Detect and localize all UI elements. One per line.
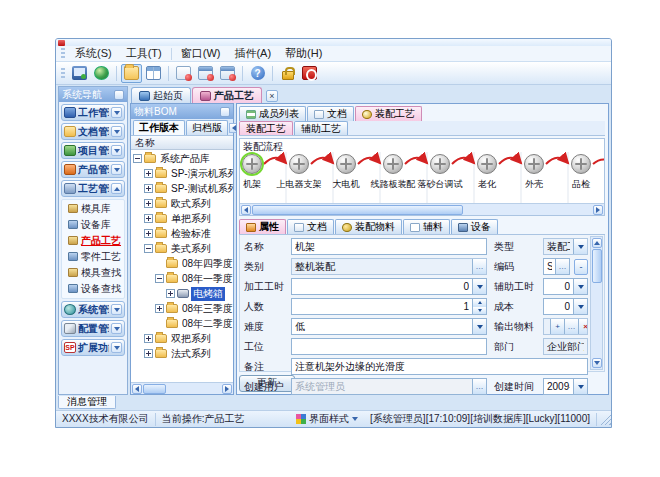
tab-archived-version[interactable]: 归档版 — [186, 120, 228, 135]
tab-working-version[interactable]: 工作版本 — [133, 120, 185, 135]
tab-auxiliary-materials[interactable]: 辅料 — [403, 219, 450, 234]
flow-node[interactable]: 大电机 — [323, 154, 369, 191]
flow-node-selected[interactable]: 机架 — [240, 154, 275, 191]
name-field[interactable] — [291, 238, 487, 255]
dropdown-icon[interactable] — [573, 279, 587, 294]
type-field[interactable] — [543, 238, 588, 255]
tree-row[interactable]: 08年二季度 — [131, 316, 233, 331]
menu-window[interactable]: 窗口(W) — [174, 45, 228, 62]
tree-expander-icon[interactable] — [144, 199, 153, 208]
output-material-field[interactable]: +…× — [543, 318, 588, 335]
difficulty-field[interactable] — [291, 318, 487, 335]
ui-style-button[interactable]: 界面样式 — [290, 413, 364, 426]
flow-canvas[interactable]: 机架 上电器支架 大电机 线路板装配 落砂台调试 老化 外壳 品检 — [240, 152, 604, 203]
tree-row[interactable]: 系统产品库 — [131, 151, 233, 166]
chevron-down-icon[interactable] — [111, 164, 122, 175]
chevron-down-icon[interactable] — [111, 342, 122, 353]
tab-detail-documents[interactable]: 文档 — [287, 219, 334, 234]
sidebar-group-work[interactable]: 工作管理 — [61, 104, 125, 121]
menu-grip-handle[interactable] — [61, 48, 65, 59]
chevron-down-icon[interactable] — [111, 145, 122, 156]
toolbar-grip-handle[interactable] — [61, 68, 65, 79]
sidebar-group-extension[interactable]: SP 扩展功能 — [61, 339, 125, 356]
sidebar-group-document[interactable]: 文档管理 — [61, 123, 125, 140]
spinner-icon[interactable] — [472, 299, 486, 314]
tree-row[interactable]: SP-测试机系列 — [131, 181, 233, 196]
tree-expander-icon[interactable] — [144, 214, 153, 223]
menu-system[interactable]: 系统(S) — [68, 45, 119, 62]
flow-node[interactable]: 落砂台调试 — [417, 154, 463, 191]
tree-row[interactable]: 检验标准 — [131, 226, 233, 241]
flow-node[interactable]: 外壳 — [511, 154, 557, 191]
sidebar-item-part-craft[interactable]: 零件工艺 — [66, 249, 124, 264]
scrollbar-track[interactable] — [592, 249, 602, 357]
tab-assembly-materials[interactable]: 装配物料 — [335, 219, 402, 234]
menu-help[interactable]: 帮助(H) — [278, 45, 329, 62]
scrollbar-track[interactable] — [143, 384, 221, 394]
chevron-up-icon[interactable] — [111, 183, 122, 194]
tree-expander-icon[interactable] — [144, 349, 153, 358]
scrollbar-thumb[interactable] — [252, 205, 463, 215]
flow-node[interactable]: 线路板装配 — [370, 154, 416, 191]
aux-hours-field[interactable] — [543, 278, 588, 295]
tree-expander-icon[interactable] — [155, 304, 164, 313]
message-management-tab[interactable]: 消息管理 — [58, 396, 116, 409]
tree-row[interactable]: 美式系列 — [131, 241, 233, 256]
creator-field[interactable]: … — [291, 378, 487, 395]
bom-pin-button[interactable] — [220, 107, 230, 117]
menu-plugins[interactable]: 插件(A) — [227, 45, 278, 62]
resize-grip[interactable] — [599, 413, 611, 425]
flow-node[interactable]: 上电器支架 — [276, 154, 322, 191]
sidebar-group-craft[interactable]: 工艺管理 — [61, 180, 125, 197]
refresh-window-button[interactable] — [195, 64, 216, 83]
tree-row[interactable]: 08年四季度 — [131, 256, 233, 271]
sidebar-group-product[interactable]: 产品管理 — [61, 161, 125, 178]
menu-tools[interactable]: 工具(T) — [119, 45, 169, 62]
tree-row-selected[interactable]: 电烤箱 — [131, 286, 233, 301]
scroll-left-icon[interactable] — [132, 384, 142, 394]
dropdown-icon[interactable] — [472, 279, 486, 294]
form-vertical-scrollbar[interactable] — [590, 236, 603, 370]
lock-button[interactable] — [277, 64, 298, 83]
code-minus-button[interactable]: - — [574, 259, 588, 275]
flow-node[interactable]: 品检 — [558, 154, 604, 191]
tree-expander-icon[interactable] — [144, 334, 153, 343]
grid-button[interactable] — [143, 64, 164, 83]
help-button[interactable]: ? — [247, 64, 268, 83]
sidebar-group-config[interactable]: 配置管理 — [61, 320, 125, 337]
scroll-right-icon[interactable] — [593, 205, 603, 215]
monitor-button[interactable] — [69, 64, 90, 83]
scroll-left-icon[interactable] — [241, 205, 251, 215]
tree-row[interactable]: 08年三季度 — [131, 301, 233, 316]
sidebar-item-device-library[interactable]: 设备库 — [66, 217, 124, 232]
sidebar-group-system[interactable]: 系统管理 — [61, 301, 125, 318]
dropdown-icon[interactable] — [573, 299, 587, 314]
close-document-button[interactable] — [173, 64, 194, 83]
tree-expander-icon[interactable] — [155, 274, 164, 283]
tree-expander-icon[interactable] — [144, 169, 153, 178]
scroll-up-icon[interactable] — [592, 238, 602, 248]
sidebar-menu-button[interactable] — [114, 90, 124, 100]
flow-node[interactable]: 老化 — [464, 154, 510, 191]
sidebar-item-device-search[interactable]: 设备查找 — [66, 281, 124, 296]
ellipsis-icon[interactable]: … — [472, 379, 486, 394]
work-hours-field[interactable] — [291, 278, 487, 295]
create-time-field[interactable] — [543, 378, 588, 395]
sidebar-item-mold-library[interactable]: 模具库 — [66, 201, 124, 216]
sidebar-item-mold-search[interactable]: 模具查找 — [66, 265, 124, 280]
subtab-assembly-craft[interactable]: 装配工艺 — [239, 121, 293, 135]
scroll-down-icon[interactable] — [592, 358, 602, 368]
ellipsis-icon[interactable]: … — [472, 259, 486, 274]
tree-expander-icon[interactable] — [144, 229, 153, 238]
tree-expander-icon[interactable] — [144, 184, 153, 193]
chevron-down-icon[interactable] — [111, 304, 122, 315]
tree-row[interactable]: 欧式系列 — [131, 196, 233, 211]
tree-row[interactable]: 08年一季度 — [131, 271, 233, 286]
tree-row[interactable]: SP-演示机系列 — [131, 166, 233, 181]
tab-properties[interactable]: 属性 — [239, 219, 286, 234]
close-window-button[interactable] — [217, 64, 238, 83]
ellipsis-icon[interactable]: … — [564, 319, 578, 334]
tree-row[interactable]: 法式系列 — [131, 346, 233, 361]
folder-button[interactable] — [121, 64, 142, 83]
tree-expander-icon[interactable] — [144, 244, 153, 253]
